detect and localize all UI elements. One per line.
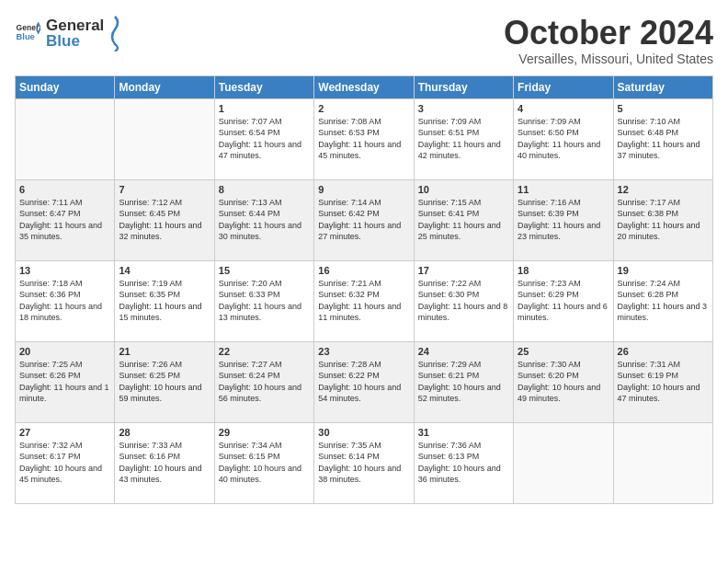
day-info: Sunrise: 7:16 AMSunset: 6:39 PMDaylight:… xyxy=(518,197,609,243)
day-cell: 4Sunrise: 7:09 AMSunset: 6:50 PMDaylight… xyxy=(514,98,613,179)
day-cell: 11Sunrise: 7:16 AMSunset: 6:39 PMDayligh… xyxy=(514,179,613,260)
day-number: 18 xyxy=(518,265,609,276)
day-info: Sunrise: 7:07 AMSunset: 6:54 PMDaylight:… xyxy=(219,116,310,162)
header-cell-thursday: Thursday xyxy=(414,75,513,98)
day-cell: 16Sunrise: 7:21 AMSunset: 6:32 PMDayligh… xyxy=(314,260,414,341)
day-number: 21 xyxy=(119,346,210,357)
day-cell: 24Sunrise: 7:29 AMSunset: 6:21 PMDayligh… xyxy=(414,341,513,422)
day-info: Sunrise: 7:23 AMSunset: 6:29 PMDaylight:… xyxy=(518,278,609,324)
day-cell xyxy=(115,98,214,179)
day-cell: 6Sunrise: 7:11 AMSunset: 6:47 PMDaylight… xyxy=(16,179,115,260)
day-info: Sunrise: 7:11 AMSunset: 6:47 PMDaylight:… xyxy=(19,197,110,243)
day-cell: 2Sunrise: 7:08 AMSunset: 6:53 PMDaylight… xyxy=(314,98,414,179)
day-info: Sunrise: 7:15 AMSunset: 6:41 PMDaylight:… xyxy=(418,197,509,243)
week-row-0: 1Sunrise: 7:07 AMSunset: 6:54 PMDaylight… xyxy=(16,98,713,179)
header-cell-tuesday: Tuesday xyxy=(214,75,313,98)
day-cell: 29Sunrise: 7:34 AMSunset: 6:15 PMDayligh… xyxy=(214,422,313,503)
day-number: 27 xyxy=(19,427,110,438)
day-cell: 15Sunrise: 7:20 AMSunset: 6:33 PMDayligh… xyxy=(214,260,313,341)
day-number: 10 xyxy=(418,184,509,195)
day-cell: 21Sunrise: 7:26 AMSunset: 6:25 PMDayligh… xyxy=(115,341,214,422)
svg-marker-4 xyxy=(36,30,40,35)
header-cell-monday: Monday xyxy=(115,75,214,98)
day-number: 3 xyxy=(418,103,509,114)
day-cell: 8Sunrise: 7:13 AMSunset: 6:44 PMDaylight… xyxy=(214,179,313,260)
header-cell-friday: Friday xyxy=(514,75,613,98)
day-cell: 30Sunrise: 7:35 AMSunset: 6:14 PMDayligh… xyxy=(314,422,414,503)
week-row-3: 20Sunrise: 7:25 AMSunset: 6:26 PMDayligh… xyxy=(16,341,713,422)
day-info: Sunrise: 7:28 AMSunset: 6:22 PMDaylight:… xyxy=(318,359,409,405)
day-cell xyxy=(16,98,115,179)
header-row: SundayMondayTuesdayWednesdayThursdayFrid… xyxy=(16,75,713,98)
day-info: Sunrise: 7:29 AMSunset: 6:21 PMDaylight:… xyxy=(418,359,509,405)
header-cell-wednesday: Wednesday xyxy=(314,75,414,98)
header-cell-saturday: Saturday xyxy=(613,75,712,98)
day-cell: 22Sunrise: 7:27 AMSunset: 6:24 PMDayligh… xyxy=(214,341,313,422)
day-cell: 1Sunrise: 7:07 AMSunset: 6:54 PMDaylight… xyxy=(214,98,313,179)
calendar-table: SundayMondayTuesdayWednesdayThursdayFrid… xyxy=(15,75,713,504)
day-info: Sunrise: 7:17 AMSunset: 6:38 PMDaylight:… xyxy=(618,197,709,243)
week-row-2: 13Sunrise: 7:18 AMSunset: 6:36 PMDayligh… xyxy=(16,260,713,341)
day-number: 17 xyxy=(418,265,509,276)
day-info: Sunrise: 7:12 AMSunset: 6:45 PMDaylight:… xyxy=(119,197,210,243)
day-cell: 7Sunrise: 7:12 AMSunset: 6:45 PMDaylight… xyxy=(115,179,214,260)
day-cell: 27Sunrise: 7:32 AMSunset: 6:17 PMDayligh… xyxy=(16,422,115,503)
day-info: Sunrise: 7:10 AMSunset: 6:48 PMDaylight:… xyxy=(618,116,709,162)
day-number: 5 xyxy=(618,103,709,114)
svg-text:Blue: Blue xyxy=(17,32,35,41)
day-number: 13 xyxy=(19,265,110,276)
day-info: Sunrise: 7:34 AMSunset: 6:15 PMDaylight:… xyxy=(219,440,310,486)
day-info: Sunrise: 7:26 AMSunset: 6:25 PMDaylight:… xyxy=(119,359,210,405)
day-info: Sunrise: 7:31 AMSunset: 6:19 PMDaylight:… xyxy=(618,359,709,405)
page-header: General Blue General Blue October 2024 V… xyxy=(15,15,713,66)
day-number: 23 xyxy=(318,346,409,357)
day-number: 22 xyxy=(219,346,310,357)
header-cell-sunday: Sunday xyxy=(16,75,115,98)
day-number: 24 xyxy=(418,346,509,357)
day-info: Sunrise: 7:08 AMSunset: 6:53 PMDaylight:… xyxy=(318,116,409,162)
day-number: 12 xyxy=(618,184,709,195)
day-info: Sunrise: 7:18 AMSunset: 6:36 PMDaylight:… xyxy=(19,278,110,324)
day-info: Sunrise: 7:25 AMSunset: 6:26 PMDaylight:… xyxy=(19,359,110,405)
day-number: 14 xyxy=(119,265,210,276)
day-info: Sunrise: 7:14 AMSunset: 6:42 PMDaylight:… xyxy=(318,197,409,243)
day-info: Sunrise: 7:21 AMSunset: 6:32 PMDaylight:… xyxy=(318,278,409,324)
day-number: 2 xyxy=(318,103,409,114)
day-number: 9 xyxy=(318,184,409,195)
day-cell: 31Sunrise: 7:36 AMSunset: 6:13 PMDayligh… xyxy=(414,422,513,503)
day-cell: 26Sunrise: 7:31 AMSunset: 6:19 PMDayligh… xyxy=(613,341,712,422)
day-info: Sunrise: 7:24 AMSunset: 6:28 PMDaylight:… xyxy=(618,278,709,324)
day-info: Sunrise: 7:27 AMSunset: 6:24 PMDaylight:… xyxy=(219,359,310,405)
day-number: 29 xyxy=(219,427,310,438)
day-info: Sunrise: 7:22 AMSunset: 6:30 PMDaylight:… xyxy=(418,278,509,324)
day-cell: 12Sunrise: 7:17 AMSunset: 6:38 PMDayligh… xyxy=(613,179,712,260)
day-number: 28 xyxy=(119,427,210,438)
day-info: Sunrise: 7:09 AMSunset: 6:51 PMDaylight:… xyxy=(418,116,509,162)
day-info: Sunrise: 7:30 AMSunset: 6:20 PMDaylight:… xyxy=(518,359,609,405)
day-number: 7 xyxy=(119,184,210,195)
logo-blue: Blue xyxy=(46,32,80,50)
day-number: 4 xyxy=(518,103,609,114)
logo: General Blue General Blue xyxy=(15,15,124,52)
day-number: 26 xyxy=(618,346,709,357)
day-info: Sunrise: 7:32 AMSunset: 6:17 PMDaylight:… xyxy=(19,440,110,486)
day-cell: 13Sunrise: 7:18 AMSunset: 6:36 PMDayligh… xyxy=(16,260,115,341)
day-cell: 14Sunrise: 7:19 AMSunset: 6:35 PMDayligh… xyxy=(115,260,214,341)
day-cell: 18Sunrise: 7:23 AMSunset: 6:29 PMDayligh… xyxy=(514,260,613,341)
location: Versailles, Missouri, United States xyxy=(504,52,713,66)
day-cell: 9Sunrise: 7:14 AMSunset: 6:42 PMDaylight… xyxy=(314,179,414,260)
day-cell: 28Sunrise: 7:33 AMSunset: 6:16 PMDayligh… xyxy=(115,422,214,503)
day-cell xyxy=(514,422,613,503)
day-number: 15 xyxy=(219,265,310,276)
day-number: 31 xyxy=(418,427,509,438)
day-cell: 19Sunrise: 7:24 AMSunset: 6:28 PMDayligh… xyxy=(613,260,712,341)
title-section: October 2024 Versailles, Missouri, Unite… xyxy=(504,15,713,66)
day-cell: 25Sunrise: 7:30 AMSunset: 6:20 PMDayligh… xyxy=(514,341,613,422)
day-number: 1 xyxy=(219,103,310,114)
day-info: Sunrise: 7:19 AMSunset: 6:35 PMDaylight:… xyxy=(119,278,210,324)
month-title: October 2024 xyxy=(504,15,713,52)
day-number: 8 xyxy=(219,184,310,195)
day-info: Sunrise: 7:09 AMSunset: 6:50 PMDaylight:… xyxy=(518,116,609,162)
week-row-1: 6Sunrise: 7:11 AMSunset: 6:47 PMDaylight… xyxy=(16,179,713,260)
day-info: Sunrise: 7:36 AMSunset: 6:13 PMDaylight:… xyxy=(418,440,509,486)
